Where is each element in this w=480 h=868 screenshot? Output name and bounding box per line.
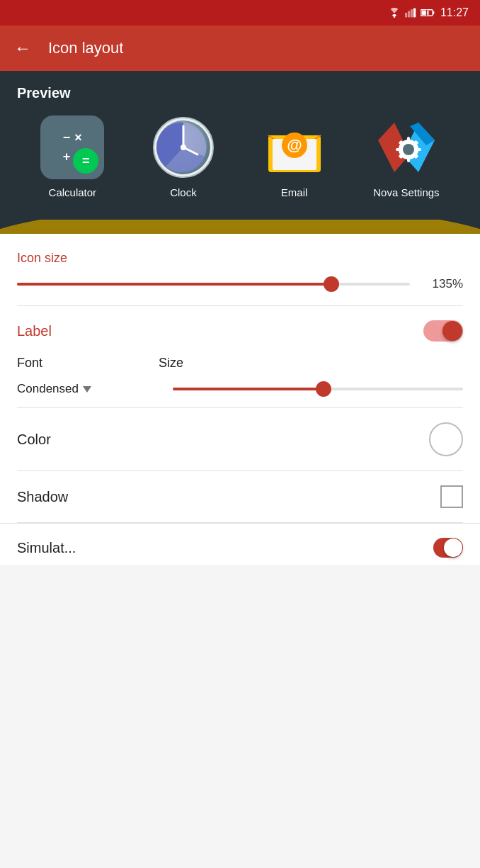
nova-icon-item: Nova Settings xyxy=(373,115,439,198)
size-column-label: Size xyxy=(159,356,183,371)
email-icon: @ xyxy=(263,115,326,179)
clock-label: Clock xyxy=(170,186,197,198)
svg-rect-2 xyxy=(408,11,410,18)
status-time: 11:27 xyxy=(440,6,469,19)
shadow-checkbox[interactable] xyxy=(440,485,463,508)
svg-rect-20 xyxy=(407,137,410,142)
svg-text:@: @ xyxy=(287,136,302,154)
calculator-icon-item: − × + = Calculator xyxy=(40,115,104,198)
shadow-row: Shadow xyxy=(0,471,480,522)
shadow-label: Shadow xyxy=(17,489,68,505)
simulate-label: Simulat... xyxy=(17,540,76,556)
page-title: Icon layout xyxy=(48,39,123,57)
label-title: Label xyxy=(17,323,52,339)
nova-settings-label: Nova Settings xyxy=(373,186,439,198)
svg-point-13 xyxy=(181,145,186,150)
svg-rect-23 xyxy=(416,148,421,151)
wifi-icon xyxy=(388,8,401,18)
color-label: Color xyxy=(17,432,51,448)
icon-size-slider[interactable] xyxy=(17,277,410,291)
clock-icon-item: Clock xyxy=(152,115,215,198)
preview-label: Preview xyxy=(17,85,463,101)
font-column-label: Font xyxy=(17,356,159,371)
svg-rect-7 xyxy=(421,11,428,15)
font-dropdown[interactable]: Condensed xyxy=(17,382,159,396)
font-dropdown-row: Condensed xyxy=(17,382,463,396)
content: Icon size 135% Label Font Size Condensed xyxy=(0,234,480,565)
nova-settings-icon xyxy=(375,115,438,179)
svg-rect-21 xyxy=(407,157,410,162)
clock-icon xyxy=(152,115,215,179)
font-size-section: Font Size Condensed xyxy=(0,356,480,407)
app-bar: ← Icon layout xyxy=(0,26,480,71)
icon-size-slider-fill xyxy=(17,283,331,286)
signal-icon xyxy=(405,8,416,18)
label-row: Label xyxy=(0,306,480,356)
email-label: Email xyxy=(281,186,308,198)
font-size-slider[interactable] xyxy=(173,382,463,396)
svg-rect-3 xyxy=(411,9,413,17)
calculator-label: Calculator xyxy=(49,186,97,198)
simulate-row: Simulat... xyxy=(0,523,480,565)
status-bar: 11:27 xyxy=(0,0,480,26)
label-toggle[interactable] xyxy=(423,320,463,342)
svg-rect-22 xyxy=(396,148,401,151)
icon-size-value: 135% xyxy=(424,277,463,291)
svg-rect-1 xyxy=(405,13,407,17)
icon-size-title: Icon size xyxy=(17,251,463,266)
calculator-icon: − × + = xyxy=(40,115,104,179)
svg-point-19 xyxy=(403,144,414,155)
label-toggle-thumb xyxy=(442,321,462,341)
svg-rect-6 xyxy=(433,11,434,14)
font-size-slider-fill xyxy=(173,388,324,390)
font-dropdown-value: Condensed xyxy=(17,382,79,396)
preview-icons: − × + = Calculator xyxy=(17,115,463,198)
battery-icon xyxy=(421,8,435,18)
icon-size-slider-row: 135% xyxy=(17,277,463,291)
font-size-slider-thumb[interactable] xyxy=(316,381,331,397)
icon-size-section: Icon size 135% xyxy=(0,234,480,305)
dropdown-arrow-icon xyxy=(83,386,91,393)
email-icon-item: @ Email xyxy=(263,115,326,198)
preview-section: Preview − × + = Calculator xyxy=(0,71,480,220)
color-row: Color xyxy=(0,408,480,470)
color-picker[interactable] xyxy=(429,422,463,456)
status-icons xyxy=(388,8,435,18)
svg-rect-4 xyxy=(413,9,416,18)
back-button[interactable]: ← xyxy=(14,38,31,58)
icon-size-slider-thumb[interactable] xyxy=(324,276,339,292)
